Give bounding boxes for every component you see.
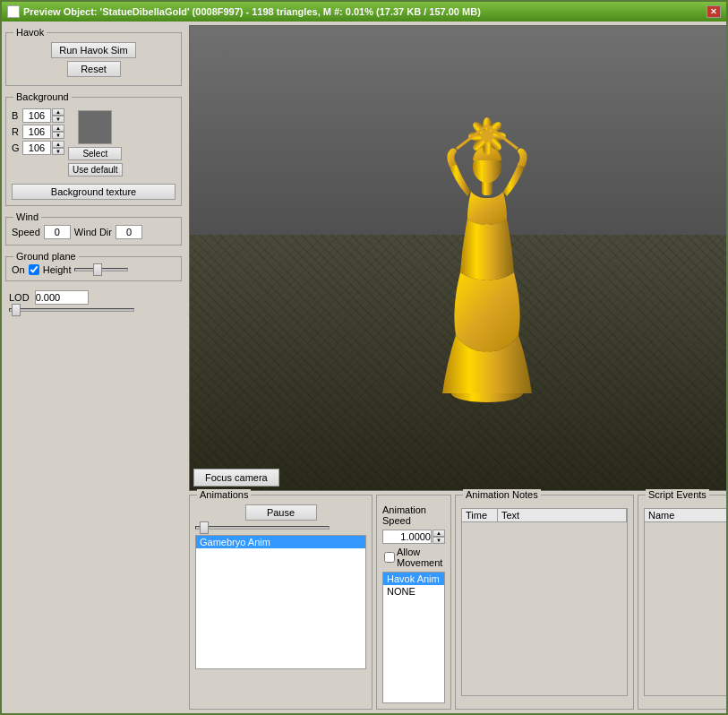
- pause-button[interactable]: Pause: [245, 504, 317, 521]
- havok-section: Havok Run Havok Sim Reset: [5, 32, 182, 86]
- background-label: Background: [13, 91, 72, 102]
- statue-container: [407, 102, 568, 407]
- b-label: B: [12, 110, 21, 121]
- r-input[interactable]: [22, 125, 51, 139]
- r-spinners: ▲ ▼: [52, 125, 64, 139]
- ground-plane-section: Ground plane On Height: [5, 256, 182, 281]
- g-up-button[interactable]: ▲: [52, 141, 64, 148]
- background-texture-button[interactable]: Background texture: [12, 184, 176, 200]
- speed-spinners: ▲ ▼: [433, 530, 445, 544]
- allow-movement-row: Allow Movement: [384, 547, 445, 568]
- close-button[interactable]: ✕: [707, 5, 721, 18]
- name-col-header: Name: [645, 509, 726, 521]
- wind-dir-label: Wind Dir: [74, 227, 112, 237]
- r-label: R: [12, 126, 21, 137]
- red-row: R ▲ ▼: [12, 125, 64, 139]
- lod-input[interactable]: [35, 290, 89, 305]
- havok-top-row: Animation Speed ▲ ▼: [382, 504, 445, 544]
- g-input-box: ▲ ▼: [22, 141, 64, 155]
- wind-dir-input[interactable]: [116, 225, 142, 239]
- color-inputs: B ▲ ▼ R: [12, 108, 64, 155]
- background-section: Background B ▲ ▼: [5, 97, 182, 206]
- bottom-section: Animations Pause Gamebryo Anim: [189, 495, 726, 710]
- allow-movement-checkbox[interactable]: [384, 552, 395, 563]
- text-col-header: Text: [498, 509, 627, 521]
- lod-section: LOD: [5, 290, 182, 312]
- havok-anim-panel: Animation Speed ▲ ▼ Allow Movement: [376, 495, 451, 710]
- ground-row: On Height: [12, 264, 176, 275]
- app-icon: ▣: [7, 5, 20, 18]
- height-label: Height: [43, 264, 72, 275]
- allow-movement-label: Allow Movement: [397, 547, 445, 568]
- r-up-button[interactable]: ▲: [52, 125, 64, 132]
- script-table-header: Name: [645, 509, 726, 522]
- b-spinners: ▲ ▼: [52, 108, 64, 123]
- list-item[interactable]: Gamebryo Anim: [196, 536, 365, 548]
- color-swatch: [78, 110, 112, 144]
- use-default-button[interactable]: Use default: [68, 163, 123, 177]
- b-input[interactable]: [22, 108, 51, 123]
- list-item[interactable]: NONE: [383, 585, 444, 598]
- blue-row: B ▲ ▼: [12, 108, 64, 123]
- anim-controls: Pause Gamebryo Anim: [195, 504, 366, 669]
- r-input-box: ▲ ▼: [22, 125, 64, 139]
- on-checkbox[interactable]: [29, 264, 39, 275]
- viewport[interactable]: Focus camera: [189, 25, 726, 491]
- r-down-button[interactable]: ▼: [52, 132, 64, 139]
- animation-notes-panel: Animation Notes Time Text: [455, 495, 634, 710]
- speed-up-button[interactable]: ▲: [433, 530, 445, 537]
- speed-down-button[interactable]: ▼: [433, 537, 445, 544]
- notes-table-header: Time Text: [462, 509, 627, 522]
- reset-button[interactable]: Reset: [67, 61, 121, 77]
- speed-input[interactable]: [44, 225, 71, 239]
- time-col-header: Time: [462, 509, 498, 521]
- window-body: Havok Run Havok Sim Reset Background B: [2, 22, 726, 713]
- lod-slider[interactable]: [9, 308, 134, 312]
- viewport-background: Focus camera: [190, 26, 726, 490]
- anim-slider-thumb: [200, 521, 209, 534]
- speed-input-wrap: ▲ ▼: [382, 530, 445, 544]
- window-title: Preview Object: 'StatueDibellaGold' (000…: [23, 6, 481, 17]
- animations-panel: Animations Pause Gamebryo Anim: [189, 495, 373, 710]
- animation-speed-input[interactable]: [382, 530, 432, 544]
- havok-label: Havok: [13, 27, 47, 38]
- main-window: ▣ Preview Object: 'StatueDibellaGold' (0…: [0, 0, 728, 715]
- height-slider-thumb: [93, 263, 102, 276]
- wind-label: Wind: [13, 211, 41, 222]
- title-bar-left: ▣ Preview Object: 'StatueDibellaGold' (0…: [7, 5, 481, 18]
- wind-row: Speed Wind Dir: [12, 225, 176, 239]
- title-bar: ▣ Preview Object: 'StatueDibellaGold' (0…: [2, 2, 726, 22]
- run-havok-sim-button[interactable]: Run Havok Sim: [51, 42, 135, 58]
- animations-label: Animations: [197, 489, 251, 500]
- focus-camera-button[interactable]: Focus camera: [193, 469, 279, 487]
- green-row: G ▲ ▼: [12, 141, 64, 155]
- g-down-button[interactable]: ▼: [52, 148, 64, 155]
- statue-svg: [407, 102, 568, 407]
- lod-label: LOD: [9, 292, 30, 303]
- on-label: On: [12, 264, 25, 275]
- animations-list[interactable]: Gamebryo Anim: [195, 535, 366, 669]
- left-panel: Havok Run Havok Sim Reset Background B: [2, 22, 185, 713]
- script-events-label: Script Events: [646, 489, 709, 500]
- b-up-button[interactable]: ▲: [52, 108, 64, 116]
- select-color-button[interactable]: Select: [68, 147, 122, 160]
- lod-slider-thumb: [12, 304, 21, 316]
- ground-plane-label: Ground plane: [13, 251, 79, 262]
- g-label: G: [12, 142, 21, 153]
- havok-anim-list[interactable]: Havok Anim NONE: [382, 572, 445, 703]
- speed-label: Speed: [12, 227, 40, 237]
- wind-section: Wind Speed Wind Dir: [5, 217, 182, 246]
- lod-row: LOD: [9, 290, 178, 305]
- svg-point-11: [481, 130, 493, 142]
- g-spinners: ▲ ▼: [52, 141, 64, 155]
- g-input[interactable]: [22, 141, 51, 155]
- b-down-button[interactable]: ▼: [52, 116, 64, 123]
- animation-notes-label: Animation Notes: [463, 489, 541, 500]
- script-events-panel: Script Events Name: [638, 495, 726, 710]
- list-item[interactable]: Havok Anim: [383, 573, 444, 585]
- b-input-box: ▲ ▼: [22, 108, 64, 123]
- anim-speed-label: Animation Speed: [382, 504, 445, 526]
- anim-slider[interactable]: [195, 526, 330, 530]
- right-panel: Focus camera Animations Pause: [185, 22, 726, 713]
- height-slider[interactable]: [74, 268, 128, 271]
